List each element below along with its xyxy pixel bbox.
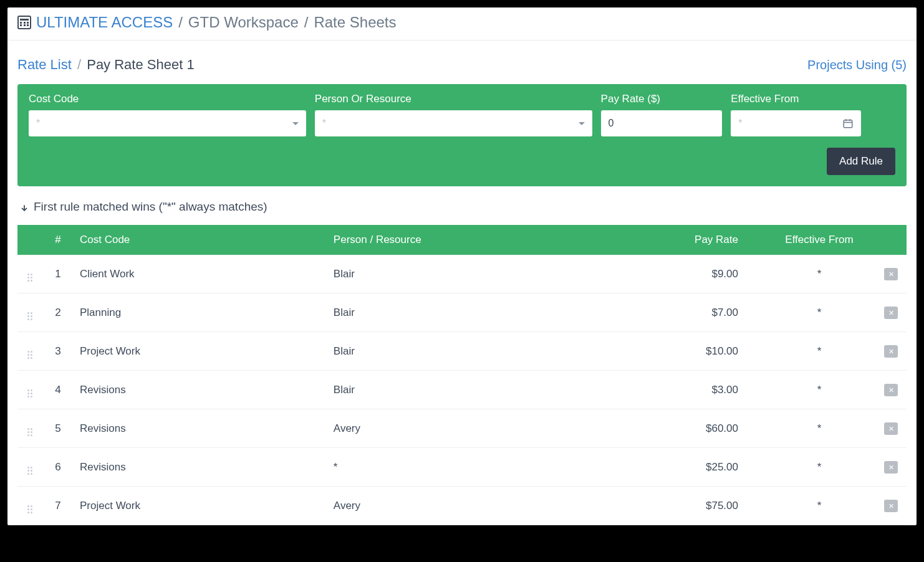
table-row: 3Project WorkBlair$10.00*✕ [17, 332, 907, 371]
cell-person: Blair [327, 371, 676, 409]
cell-pay-rate: $60.00 [676, 409, 763, 448]
add-rule-button[interactable]: Add Rule [827, 148, 895, 175]
col-number: # [42, 225, 74, 255]
chevron-down-icon [579, 122, 585, 125]
cell-effective: * [763, 409, 875, 448]
breadcrumb: ULTIMATE ACCESS / GTD Workspace / Rate S… [7, 7, 917, 40]
rule-hint: First rule matched wins ("*" always matc… [20, 200, 904, 214]
pay-rate-input[interactable] [609, 118, 715, 129]
cell-person: Blair [327, 332, 676, 371]
breadcrumb-sep: / [304, 14, 309, 31]
svg-rect-0 [844, 120, 852, 128]
delete-row-button[interactable]: ✕ [884, 307, 898, 319]
sheet-name: Pay Rate Sheet 1 [87, 57, 194, 72]
cell-person: * [327, 448, 676, 487]
table-row: 1Client WorkBlair$9.00*✕ [17, 255, 907, 293]
person-select[interactable]: * [315, 110, 592, 136]
cell-pay-rate: $10.00 [676, 332, 763, 371]
cell-number: 6 [42, 448, 74, 487]
cell-number: 5 [42, 409, 74, 448]
cell-pay-rate: $3.00 [676, 371, 763, 409]
col-delete [875, 225, 907, 255]
cell-cost-code: Revisions [74, 448, 327, 487]
cell-cost-code: Revisions [74, 409, 327, 448]
cell-cost-code: Client Work [74, 255, 327, 293]
effective-from-input[interactable]: * [731, 110, 861, 136]
delete-row-button[interactable]: ✕ [884, 461, 898, 474]
projects-using-link[interactable]: Projects Using (5) [807, 58, 907, 72]
rate-list-link[interactable]: Rate List [17, 57, 72, 72]
breadcrumb-section: Rate Sheets [314, 14, 396, 31]
cell-pay-rate: $25.00 [676, 448, 763, 487]
effective-from-placeholder: * [738, 118, 742, 129]
delete-row-button[interactable]: ✕ [884, 268, 898, 280]
cell-pay-rate: $9.00 [676, 255, 763, 293]
cell-person: Avery [327, 487, 676, 525]
pay-rate-input-wrap [601, 110, 723, 136]
chevron-down-icon [292, 122, 299, 125]
rule-hint-text: First rule matched wins ("*" always matc… [34, 200, 267, 214]
table-row: 2PlanningBlair$7.00*✕ [17, 293, 907, 332]
col-handle [17, 225, 42, 255]
table-row: 5RevisionsAvery$60.00*✕ [17, 409, 907, 448]
cell-person: Blair [327, 293, 676, 332]
drag-handle-icon[interactable] [27, 351, 32, 359]
delete-row-button[interactable]: ✕ [884, 500, 898, 512]
table-row: 4RevisionsBlair$3.00*✕ [17, 371, 907, 409]
table-row: 7Project WorkAvery$75.00*✕ [17, 487, 907, 525]
effective-from-label: Effective From [731, 93, 861, 105]
cell-person: Blair [327, 255, 676, 293]
person-placeholder: * [322, 118, 326, 129]
cell-person: Avery [327, 409, 676, 448]
delete-row-button[interactable]: ✕ [884, 422, 898, 435]
cell-number: 4 [42, 371, 74, 409]
cost-code-placeholder: * [36, 118, 40, 129]
cell-cost-code: Planning [74, 293, 327, 332]
table-row: 6Revisions*$25.00*✕ [17, 448, 907, 487]
cell-cost-code: Project Work [74, 332, 327, 371]
drag-handle-icon[interactable] [27, 389, 32, 398]
drag-handle-icon[interactable] [27, 274, 32, 282]
drag-handle-icon[interactable] [27, 505, 32, 513]
cell-effective: * [763, 448, 875, 487]
cost-code-label: Cost Code [29, 93, 306, 105]
breadcrumb-sep: / [178, 14, 183, 31]
cell-effective: * [763, 293, 875, 332]
cell-pay-rate: $7.00 [676, 293, 763, 332]
drag-handle-icon[interactable] [27, 312, 32, 320]
col-cost-code: Cost Code [74, 225, 327, 255]
rules-table: # Cost Code Person / Resource Pay Rate E… [17, 225, 907, 525]
calendar-icon [842, 118, 854, 129]
breadcrumb-org-link[interactable]: ULTIMATE ACCESS [36, 14, 173, 31]
col-pay-rate: Pay Rate [676, 225, 763, 255]
add-rule-form: Cost Code * Person Or Resource * Pay Rat… [17, 84, 907, 186]
cell-cost-code: Project Work [74, 487, 327, 525]
col-person: Person / Resource [327, 225, 676, 255]
delete-row-button[interactable]: ✕ [884, 384, 898, 396]
arrow-down-icon [20, 202, 29, 211]
cost-code-select[interactable]: * [29, 110, 306, 136]
cell-effective: * [763, 371, 875, 409]
col-effective: Effective From [763, 225, 875, 255]
cell-number: 3 [42, 332, 74, 371]
calculator-icon [17, 16, 31, 29]
delete-row-button[interactable]: ✕ [884, 345, 898, 358]
drag-handle-icon[interactable] [27, 467, 32, 475]
cell-cost-code: Revisions [74, 371, 327, 409]
cell-number: 7 [42, 487, 74, 525]
breadcrumb-workspace: GTD Workspace [188, 14, 299, 31]
cell-effective: * [763, 332, 875, 371]
pay-rate-label: Pay Rate ($) [601, 93, 723, 105]
person-label: Person Or Resource [315, 93, 592, 105]
cell-number: 2 [42, 293, 74, 332]
subnav-sep: / [77, 57, 81, 72]
cell-pay-rate: $75.00 [676, 487, 763, 525]
cell-effective: * [763, 487, 875, 525]
cell-number: 1 [42, 255, 74, 293]
cell-effective: * [763, 255, 875, 293]
drag-handle-icon[interactable] [27, 428, 32, 436]
